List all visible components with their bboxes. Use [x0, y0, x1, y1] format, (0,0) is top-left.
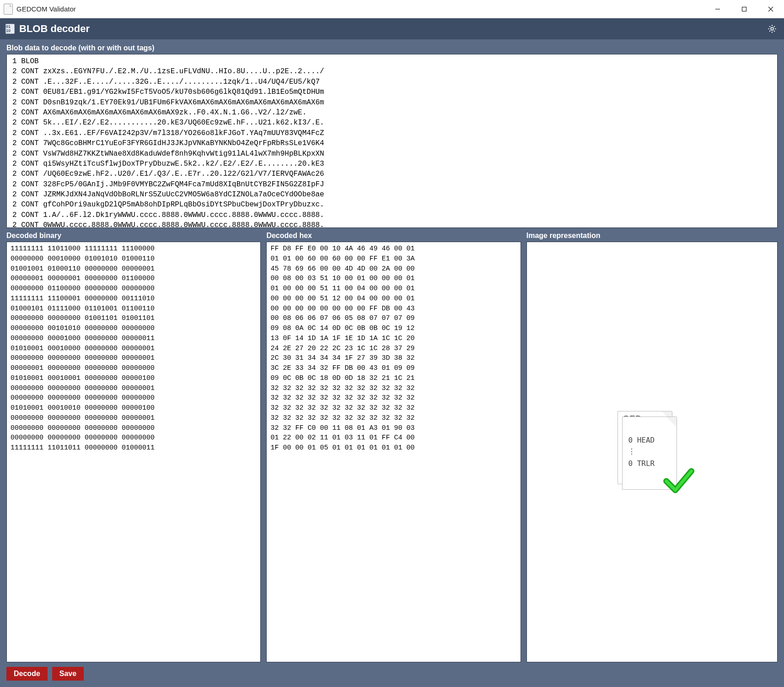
blob-decoder-icon: 01 10 — [5, 24, 15, 34]
decode-button[interactable]: Decode — [6, 667, 48, 681]
svg-rect-1 — [742, 7, 746, 11]
decoded-binary-section: Decoded binary — [6, 232, 261, 662]
decoded-binary-output[interactable] — [6, 242, 261, 662]
blob-input-label: Blob data to decode (with or with out ta… — [6, 44, 778, 52]
titlebar-left: GEDCOM Validator — [4, 4, 76, 15]
window-titlebar: GEDCOM Validator — [0, 0, 784, 18]
close-button[interactable] — [757, 0, 784, 18]
file-line-dots: ⋮ — [628, 446, 655, 458]
svg-point-4 — [771, 27, 773, 30]
blob-input-textarea[interactable] — [6, 54, 778, 228]
decoded-hex-label: Decoded hex — [266, 232, 521, 240]
decoded-image-preview: GED 0 HEAD ⋮ 0 TRLR — [618, 411, 686, 493]
save-button[interactable]: Save — [52, 667, 84, 681]
blob-input-section: Blob data to decode (with or with out ta… — [6, 44, 778, 228]
checkmark-icon — [662, 464, 694, 498]
file-line-trlr: 0 TRLR — [628, 458, 655, 470]
file-line-head: 0 HEAD — [628, 434, 655, 446]
content-area: Blob data to decode (with or with out ta… — [0, 39, 784, 687]
decoded-row: Decoded binary Decoded hex Image represe… — [6, 232, 778, 662]
maximize-button[interactable] — [731, 0, 757, 18]
file-content-lines: 0 HEAD ⋮ 0 TRLR — [628, 434, 655, 470]
decoded-binary-label: Decoded binary — [6, 232, 261, 240]
decoded-hex-section: Decoded hex — [266, 232, 521, 662]
app-icon — [4, 4, 13, 15]
image-representation-section: Image representation GED 0 HEAD ⋮ 0 TRLR — [526, 232, 778, 662]
window-controls — [704, 0, 784, 18]
settings-button[interactable] — [766, 22, 779, 35]
ribbon-title: BLOB decoder — [19, 23, 90, 35]
decoded-hex-output[interactable] — [266, 242, 521, 662]
image-representation-label: Image representation — [526, 232, 778, 240]
gear-icon — [767, 24, 777, 34]
ribbon-bar: 01 10 BLOB decoder — [0, 18, 784, 39]
window-title: GEDCOM Validator — [16, 5, 76, 13]
minimize-button[interactable] — [704, 0, 731, 18]
footer-buttons: Decode Save — [6, 666, 778, 681]
image-representation-box: GED 0 HEAD ⋮ 0 TRLR — [526, 242, 778, 662]
